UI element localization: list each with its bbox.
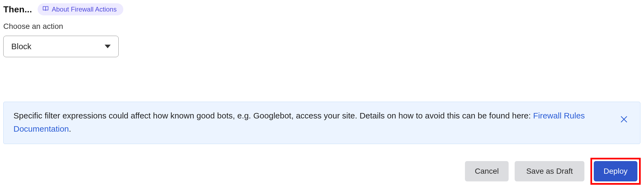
info-banner-text-after: . xyxy=(69,124,71,133)
deploy-highlight-frame: Deploy xyxy=(590,158,641,185)
footer-actions: Cancel Save as Draft Deploy xyxy=(465,158,641,185)
info-banner-text-before: Specific filter expressions could affect… xyxy=(13,111,533,120)
choose-action-label: Choose an action xyxy=(3,22,641,31)
book-icon xyxy=(43,5,49,13)
save-as-draft-button[interactable]: Save as Draft xyxy=(515,161,584,181)
close-icon[interactable] xyxy=(620,114,628,127)
action-select[interactable]: Block xyxy=(3,36,119,57)
then-header: Then... About Firewall Actions xyxy=(3,3,641,15)
then-label: Then... xyxy=(3,4,32,15)
cancel-button[interactable]: Cancel xyxy=(465,161,509,181)
svg-marker-0 xyxy=(105,45,111,48)
caret-down-icon xyxy=(105,45,111,48)
about-firewall-actions-link[interactable]: About Firewall Actions xyxy=(38,3,123,15)
info-banner: Specific filter expressions could affect… xyxy=(3,102,640,144)
deploy-button[interactable]: Deploy xyxy=(594,161,637,181)
about-firewall-actions-label: About Firewall Actions xyxy=(52,5,117,13)
action-select-value: Block xyxy=(11,42,31,51)
